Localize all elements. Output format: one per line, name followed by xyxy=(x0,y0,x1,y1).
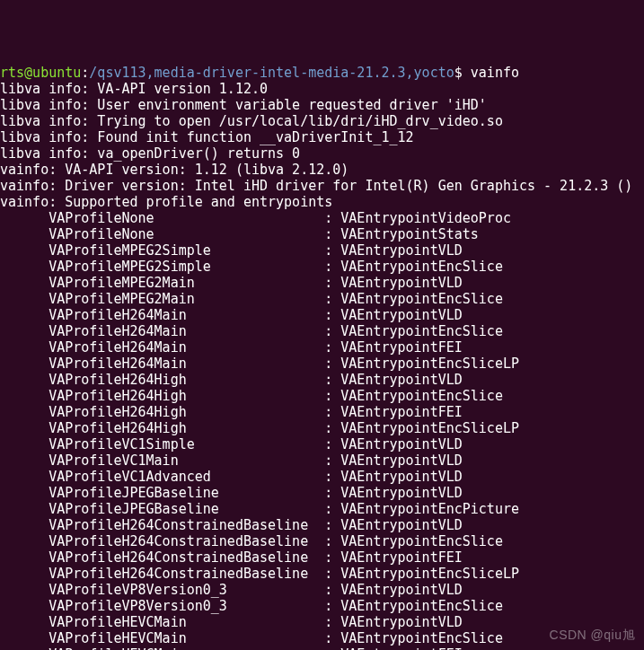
profile-line: VAProfileVC1Main : VAEntrypointVLD xyxy=(0,452,644,469)
profile-name: VAProfileH264Main : xyxy=(0,307,340,323)
profile-line: VAProfileH264ConstrainedBaseline : VAEnt… xyxy=(0,517,644,533)
profile-line: VAProfileH264ConstrainedBaseline : VAEnt… xyxy=(0,533,644,549)
info-text: libva info: VA-API version 1.12.0 xyxy=(0,81,268,97)
profile-name: VAProfileVC1Main : xyxy=(0,452,340,469)
info-line: libva info: Trying to open /usr/local/li… xyxy=(0,113,644,129)
entrypoint-name: VAEntrypointFEI xyxy=(340,404,462,420)
info-line: libva info: va_openDriver() returns 0 xyxy=(0,145,644,162)
profile-name: VAProfileNone : xyxy=(0,226,340,242)
profile-name: VAProfileJPEGBaseline : xyxy=(0,501,340,517)
profile-line: VAProfileNone : VAEntrypointStats xyxy=(0,226,644,242)
profile-name: VAProfileH264Main : xyxy=(0,339,340,356)
entrypoint-name: VAEntrypointVLD xyxy=(340,469,462,485)
prompt-user-host: rts@ubuntu xyxy=(0,65,81,81)
info-text: libva info: User environment variable re… xyxy=(0,97,487,113)
prompt-command: vainfo xyxy=(463,65,519,81)
entrypoint-name: VAEntrypointFEI xyxy=(340,339,462,356)
info-line: vainfo: VA-API version: 1.12 (libva 2.12… xyxy=(0,162,644,178)
profile-line: VAProfileMPEG2Main : VAEntrypointVLD xyxy=(0,275,644,291)
info-line: libva info: Found init function __vaDriv… xyxy=(0,129,644,145)
profile-line: VAProfileH264High : VAEntrypointEncSlice xyxy=(0,388,644,404)
profile-line: VAProfileH264High : VAEntrypointFEI xyxy=(0,404,644,420)
profile-line: VAProfileH264Main : VAEntrypointFEI xyxy=(0,339,644,356)
info-line: libva info: User environment variable re… xyxy=(0,97,644,113)
profile-name: VAProfileH264ConstrainedBaseline : xyxy=(0,517,340,533)
profile-name: VAProfileMPEG2Simple : xyxy=(0,259,340,275)
profile-name: VAProfileH264High : xyxy=(0,404,340,420)
info-text: libva info: Trying to open /usr/local/li… xyxy=(0,113,503,129)
profile-line: VAProfileNone : VAEntrypointVideoProc xyxy=(0,210,644,226)
profile-name: VAProfileH264ConstrainedBaseline : xyxy=(0,533,340,549)
profile-name: VAProfileH264Main : xyxy=(0,323,340,339)
info-text: vainfo: Driver version: Intel iHD driver… xyxy=(0,178,632,194)
profile-name: VAProfileH264ConstrainedBaseline : xyxy=(0,566,340,582)
entrypoint-name: VAEntrypointEncSliceLP xyxy=(340,566,519,582)
profile-line: VAProfileVC1Simple : VAEntrypointVLD xyxy=(0,436,644,452)
entrypoint-name: VAEntrypointVLD xyxy=(340,485,462,501)
prompt-path: /qsv113,media-driver-intel-media-21.2.3,… xyxy=(89,65,454,81)
profile-line: VAProfileJPEGBaseline : VAEntrypointVLD xyxy=(0,485,644,501)
entrypoint-name: VAEntrypointEncSliceLP xyxy=(340,356,519,372)
profile-name: VAProfileHEVCMain : xyxy=(0,630,340,646)
profile-name: VAProfileVC1Advanced : xyxy=(0,469,340,485)
profile-name: VAProfileH264ConstrainedBaseline : xyxy=(0,549,340,566)
profile-name: VAProfileMPEG2Simple : xyxy=(0,242,340,259)
entrypoint-name: VAEntrypointVLD xyxy=(340,372,462,388)
profile-line: VAProfileMPEG2Main : VAEntrypointEncSlic… xyxy=(0,291,644,307)
profile-name: VAProfileH264High : xyxy=(0,372,340,388)
info-text: vainfo: VA-API version: 1.12 (libva 2.12… xyxy=(0,162,348,178)
entrypoint-name: VAEntrypointVLD xyxy=(340,307,462,323)
profile-name: VAProfileH264High : xyxy=(0,420,340,436)
profile-line: VAProfileH264High : VAEntrypointEncSlice… xyxy=(0,420,644,436)
profile-name: VAProfileVC1Simple : xyxy=(0,436,340,452)
info-text: libva info: Found init function __vaDriv… xyxy=(0,129,414,145)
profile-name: VAProfileHEVCMain : xyxy=(0,614,340,630)
profile-line: VAProfileVP8Version0_3 : VAEntrypointVLD xyxy=(0,582,644,598)
terminal-output[interactable]: rts@ubuntu:/qsv113,media-driver-intel-me… xyxy=(0,65,644,650)
entrypoint-name: VAEntrypointEncSlice xyxy=(340,323,503,339)
entrypoint-name: VAEntrypointEncSlice xyxy=(340,533,503,549)
profile-line: VAProfileHEVCMain : VAEntrypointVLD xyxy=(0,614,644,630)
entrypoint-name: VAEntrypointFEI xyxy=(340,646,462,650)
prompt-sep: : xyxy=(81,65,89,81)
profile-name: VAProfileJPEGBaseline : xyxy=(0,485,340,501)
entrypoint-name: VAEntrypointEncSlice xyxy=(340,291,503,307)
entrypoint-name: VAEntrypointVLD xyxy=(340,517,462,533)
profile-name: VAProfileH264Main : xyxy=(0,356,340,372)
profile-line: VAProfileJPEGBaseline : VAEntrypointEncP… xyxy=(0,501,644,517)
info-line: libva info: VA-API version 1.12.0 xyxy=(0,81,644,97)
entrypoint-name: VAEntrypointVLD xyxy=(340,582,462,598)
profile-line: VAProfileH264Main : VAEntrypointEncSlice xyxy=(0,323,644,339)
profile-line: VAProfileHEVCMain : VAEntrypointEncSlice xyxy=(0,630,644,646)
entrypoint-name: VAEntrypointEncSliceLP xyxy=(340,420,519,436)
info-line: vainfo: Supported profile and entrypoint… xyxy=(0,194,644,210)
profile-line: VAProfileMPEG2Simple : VAEntrypointVLD xyxy=(0,242,644,259)
entrypoint-name: VAEntrypointEncSlice xyxy=(340,259,503,275)
entrypoint-name: VAEntrypointVLD xyxy=(340,452,462,469)
entrypoint-name: VAEntrypointEncSlice xyxy=(340,630,503,646)
profile-name: VAProfileMPEG2Main : xyxy=(0,275,340,291)
profile-line: VAProfileH264ConstrainedBaseline : VAEnt… xyxy=(0,549,644,566)
profile-name: VAProfileVP8Version0_3 : xyxy=(0,598,340,614)
profile-line: VAProfileH264High : VAEntrypointVLD xyxy=(0,372,644,388)
prompt-line: rts@ubuntu:/qsv113,media-driver-intel-me… xyxy=(0,65,644,81)
profile-name: VAProfileMPEG2Main : xyxy=(0,291,340,307)
entrypoint-name: VAEntrypointVideoProc xyxy=(340,210,511,226)
profile-line: VAProfileMPEG2Simple : VAEntrypointEncSl… xyxy=(0,259,644,275)
profile-name: VAProfileVP8Version0_3 : xyxy=(0,582,340,598)
profile-line: VAProfileHEVCMain : VAEntrypointFEI xyxy=(0,646,644,650)
entrypoint-name: VAEntrypointEncPicture xyxy=(340,501,519,517)
profile-line: VAProfileH264Main : VAEntrypointVLD xyxy=(0,307,644,323)
profile-line: VAProfileH264Main : VAEntrypointEncSlice… xyxy=(0,356,644,372)
entrypoint-name: VAEntrypointVLD xyxy=(340,242,462,259)
prompt-end: $ xyxy=(454,65,463,81)
profile-line: VAProfileH264ConstrainedBaseline : VAEnt… xyxy=(0,566,644,582)
profile-line: VAProfileVP8Version0_3 : VAEntrypointEnc… xyxy=(0,598,644,614)
info-text: libva info: va_openDriver() returns 0 xyxy=(0,145,300,162)
profile-name: VAProfileHEVCMain : xyxy=(0,646,340,650)
entrypoint-name: VAEntrypointFEI xyxy=(340,549,462,566)
profile-name: VAProfileH264High : xyxy=(0,388,340,404)
profile-name: VAProfileNone : xyxy=(0,210,340,226)
entrypoint-name: VAEntrypointVLD xyxy=(340,614,462,630)
entrypoint-name: VAEntrypointStats xyxy=(340,226,479,242)
